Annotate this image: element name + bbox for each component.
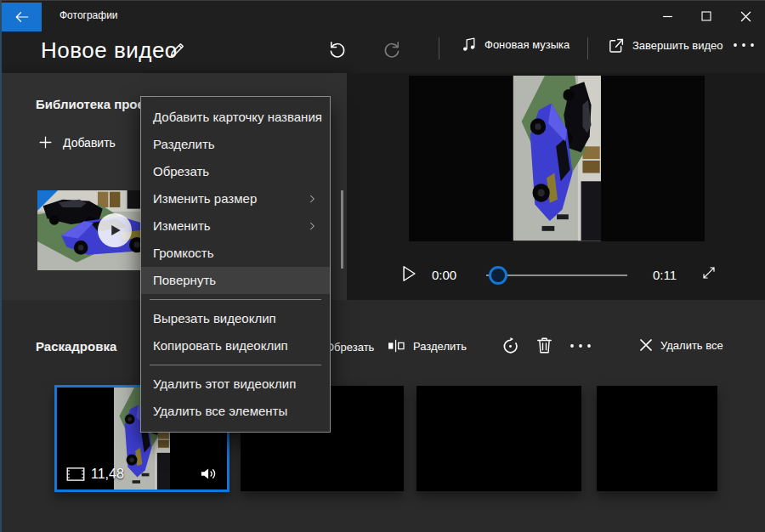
delete-all-label: Удалить все (660, 339, 723, 352)
clear-x-icon (639, 338, 653, 352)
photos-app-window: Фотографии Новое видео Фоновая музыка За… (0, 0, 765, 532)
playback-controls: 0:00 0:11 (347, 247, 765, 294)
menu-item-label: Громкость (153, 240, 214, 267)
back-button[interactable] (2, 3, 42, 31)
add-label: Добавить (63, 136, 116, 150)
context-menu: Добавить карточку названияРазделитьОбрез… (140, 96, 331, 433)
menu-separator (150, 365, 321, 365)
maximize-button[interactable] (687, 1, 726, 31)
window-controls (648, 1, 765, 31)
back-arrow-icon (14, 9, 30, 25)
chevron-right-icon (306, 193, 318, 205)
storyboard-clip-empty[interactable] (416, 386, 581, 491)
preview-video-image (513, 76, 602, 241)
redo-button[interactable] (382, 39, 402, 59)
split-label: Разделить (413, 340, 467, 353)
menu-item-1[interactable]: Разделить (141, 131, 330, 158)
menu-item-label: Удалить все элементы (153, 398, 287, 425)
project-title: Новое видео (41, 37, 178, 64)
storyboard-section: Раскадровка Обрезать Разделить Удалить в… (2, 300, 765, 532)
finish-video-label: Завершить видео (632, 39, 723, 52)
app-title: Фотографии (60, 9, 118, 21)
menu-item-label: Добавить карточку названия (153, 104, 322, 131)
menu-item-5[interactable]: Громкость (141, 240, 330, 267)
background-music-label: Фоновая музыка (484, 38, 570, 51)
minimize-icon (662, 11, 673, 22)
menu-item-8[interactable]: Вырезать видеоклип (141, 305, 330, 332)
seek-slider[interactable] (486, 266, 627, 285)
finish-video-button[interactable]: Завершить видео (607, 37, 723, 54)
header-bar: Новое видео Фоновая музыка Завершить вид… (2, 31, 765, 73)
current-time: 0:00 (432, 268, 456, 282)
menu-item-4[interactable]: Изменить (141, 212, 330, 240)
menu-item-11[interactable]: Удалить этот видеоклип (141, 371, 330, 398)
speaker-icon[interactable] (200, 466, 218, 482)
header-divider (587, 37, 588, 59)
menu-item-label: Удалить этот видеоклип (153, 371, 296, 398)
menu-item-9[interactable]: Копировать видеоклип (141, 332, 330, 359)
preview-video-rotated (513, 76, 601, 241)
menu-item-3[interactable]: Изменить размер (141, 185, 330, 212)
rotate-button[interactable] (500, 336, 521, 357)
preview-frame[interactable] (409, 76, 705, 241)
plus-icon (37, 134, 54, 150)
minimize-button[interactable] (648, 1, 687, 31)
trash-button[interactable] (536, 337, 552, 354)
more-options-button[interactable] (733, 42, 755, 48)
video-preview-area: 0:00 0:11 (347, 73, 765, 300)
menu-item-label: Изменить (153, 212, 211, 240)
close-icon (740, 11, 751, 22)
header-divider (439, 37, 439, 59)
split-button[interactable]: Разделить (387, 338, 467, 354)
clip-duration-badge: 11,48 (66, 467, 124, 482)
storyboard-more-button[interactable] (570, 342, 592, 349)
background-music-button[interactable]: Фоновая музыка (461, 37, 570, 53)
expand-icon[interactable] (701, 265, 717, 280)
maximize-icon (701, 11, 711, 21)
selected-corner-badge (37, 190, 58, 211)
close-button[interactable] (726, 1, 765, 31)
export-icon (607, 37, 625, 54)
clip-duration: 11,48 (91, 467, 124, 482)
edit-pencil-icon[interactable] (168, 41, 186, 59)
menu-item-label: Обрезать (153, 158, 209, 185)
storyboard-title: Раскадровка (36, 339, 116, 354)
storyboard-clip-empty[interactable] (597, 386, 717, 491)
menu-item-label: Разделить (153, 131, 215, 158)
menu-item-0[interactable]: Добавить карточку названия (141, 104, 330, 131)
undo-button[interactable] (327, 39, 347, 59)
play-button[interactable] (401, 264, 417, 283)
split-icon (387, 338, 405, 354)
music-note-icon (461, 37, 477, 53)
menu-item-6[interactable]: Повернуть (141, 267, 330, 294)
library-scrollbar[interactable] (341, 190, 343, 269)
menu-item-label: Копировать видеоклип (153, 332, 288, 359)
seek-thumb[interactable] (489, 266, 507, 285)
menu-separator (150, 299, 321, 300)
menu-item-12[interactable]: Удалить все элементы (141, 398, 330, 425)
titlebar: Фотографии (2, 1, 765, 31)
film-icon (66, 467, 85, 481)
trim-label: Обрезать (326, 341, 374, 354)
chevron-right-icon (306, 220, 318, 232)
menu-item-2[interactable]: Обрезать (141, 158, 330, 185)
menu-item-label: Повернуть (153, 267, 216, 294)
delete-all-button[interactable]: Удалить все (639, 338, 723, 352)
play-overlay-icon[interactable] (98, 213, 132, 247)
add-media-button[interactable]: Добавить (37, 134, 116, 150)
menu-item-label: Изменить размер (153, 185, 257, 212)
menu-item-label: Вырезать видеоклип (153, 305, 276, 332)
total-time: 0:11 (653, 268, 677, 282)
